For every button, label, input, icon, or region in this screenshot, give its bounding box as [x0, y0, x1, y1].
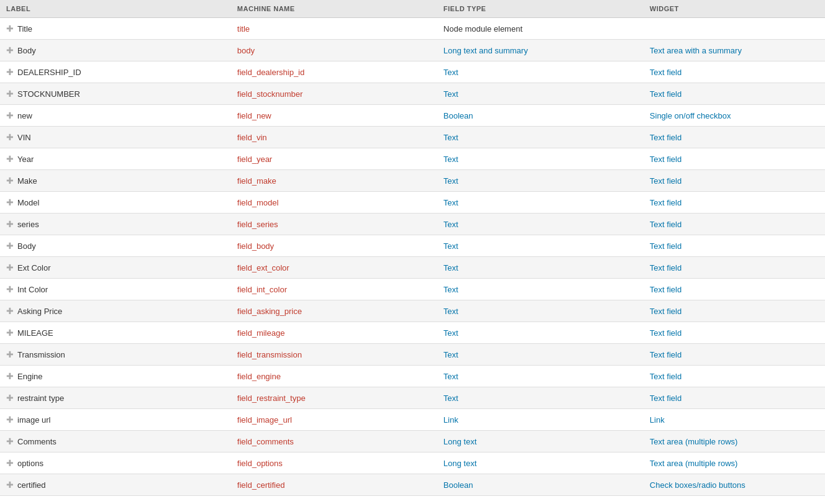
cell-widget[interactable]: Text field	[644, 257, 825, 279]
field-type-link[interactable]: Link	[444, 415, 458, 425]
widget-link[interactable]: Text field	[650, 198, 681, 207]
drag-handle-icon[interactable]: ✚	[6, 89, 14, 99]
cell-widget[interactable]: Text field	[644, 83, 825, 105]
cell-field-type[interactable]: Text	[437, 257, 644, 279]
drag-handle-icon[interactable]: ✚	[6, 415, 14, 425]
field-type-link[interactable]: Text	[444, 263, 458, 272]
cell-field-type[interactable]: Long text	[437, 452, 644, 474]
field-type-link[interactable]: Text	[444, 68, 458, 77]
field-type-link[interactable]: Text	[444, 350, 458, 359]
cell-widget[interactable]: Link	[644, 409, 825, 431]
field-type-link[interactable]: Text	[444, 220, 458, 229]
cell-field-type[interactable]: Boolean	[437, 105, 644, 127]
widget-link[interactable]: Text field	[650, 328, 681, 338]
cell-widget[interactable]: Text field	[644, 366, 825, 387]
field-type-link[interactable]: Text	[444, 89, 458, 99]
cell-field-type[interactable]: Text	[437, 170, 644, 192]
cell-field-type[interactable]: Text	[437, 83, 644, 105]
widget-link[interactable]: Check boxes/radio buttons	[650, 480, 745, 490]
field-type-link[interactable]: Text	[444, 394, 458, 403]
field-type-link[interactable]: Text	[444, 328, 458, 338]
drag-handle-icon[interactable]: ✚	[6, 197, 14, 207]
cell-field-type[interactable]: Text	[437, 127, 644, 148]
field-type-link[interactable]: Text	[444, 307, 458, 316]
widget-link[interactable]: Text field	[650, 89, 681, 99]
field-type-link[interactable]: Text	[444, 155, 458, 164]
cell-widget[interactable]: Single on/off checkbox	[644, 105, 825, 127]
widget-link[interactable]: Link	[650, 415, 665, 425]
cell-field-type[interactable]: Text	[437, 366, 644, 387]
drag-handle-icon[interactable]: ✚	[6, 349, 14, 359]
field-type-link[interactable]: Boolean	[444, 111, 473, 120]
field-type-link[interactable]: Text	[444, 176, 458, 186]
drag-handle-icon[interactable]: ✚	[6, 154, 14, 164]
cell-widget[interactable]: Text field	[644, 235, 825, 257]
widget-link[interactable]: Text field	[650, 68, 681, 77]
drag-handle-icon[interactable]: ✚	[6, 110, 14, 120]
cell-widget[interactable]: Text field	[644, 127, 825, 148]
drag-handle-icon[interactable]: ✚	[6, 306, 14, 316]
drag-handle-icon[interactable]: ✚	[6, 176, 14, 186]
cell-field-type[interactable]: Text	[437, 148, 644, 170]
field-type-link[interactable]: Text	[444, 285, 458, 294]
widget-link[interactable]: Text field	[650, 155, 681, 164]
widget-link[interactable]: Text field	[650, 372, 681, 381]
widget-link[interactable]: Text field	[650, 133, 681, 142]
cell-field-type[interactable]: Text	[437, 322, 644, 344]
widget-link[interactable]: Text field	[650, 241, 681, 251]
widget-link[interactable]: Text field	[650, 263, 681, 272]
drag-handle-icon[interactable]: ✚	[6, 263, 14, 272]
field-type-link[interactable]: Long text	[444, 437, 477, 446]
cell-field-type[interactable]: Long text and summary	[437, 40, 644, 61]
widget-link[interactable]: Text field	[650, 307, 681, 316]
widget-link[interactable]: Text area (multiple rows)	[650, 437, 738, 446]
widget-link[interactable]: Text field	[650, 220, 681, 229]
cell-widget[interactable]: Text field	[644, 170, 825, 192]
cell-widget[interactable]: Text field	[644, 322, 825, 344]
cell-field-type[interactable]: Text	[437, 61, 644, 83]
cell-field-type[interactable]: Text	[437, 235, 644, 257]
cell-field-type[interactable]: Boolean	[437, 474, 644, 496]
cell-widget[interactable]: Text field	[644, 61, 825, 83]
drag-handle-icon[interactable]: ✚	[6, 24, 14, 34]
cell-field-type[interactable]: Link	[437, 409, 644, 431]
cell-widget[interactable]: Text field	[644, 344, 825, 366]
field-type-link[interactable]: Boolean	[444, 480, 473, 490]
cell-field-type[interactable]: Text	[437, 344, 644, 366]
cell-widget[interactable]: Text field	[644, 279, 825, 300]
cell-field-type[interactable]: Text	[437, 279, 644, 300]
cell-widget[interactable]: Text field	[644, 148, 825, 170]
cell-widget[interactable]: Text area (multiple rows)	[644, 431, 825, 452]
widget-link[interactable]: Text field	[650, 285, 681, 294]
cell-field-type[interactable]: Text	[437, 214, 644, 235]
widget-link[interactable]: Text field	[650, 350, 681, 359]
cell-field-type[interactable]: Text	[437, 192, 644, 214]
cell-widget[interactable]: Text field	[644, 300, 825, 322]
widget-link[interactable]: Text area (multiple rows)	[650, 459, 738, 468]
drag-handle-icon[interactable]: ✚	[6, 241, 14, 251]
cell-widget[interactable]: Text field	[644, 192, 825, 214]
widget-link[interactable]: Single on/off checkbox	[650, 111, 731, 120]
field-type-link[interactable]: Long text	[444, 459, 477, 468]
field-type-link[interactable]: Text	[444, 372, 458, 381]
drag-handle-icon[interactable]: ✚	[6, 284, 14, 294]
drag-handle-icon[interactable]: ✚	[6, 436, 14, 446]
widget-link[interactable]: Text area with a summary	[650, 46, 742, 55]
field-type-link[interactable]: Text	[444, 241, 458, 251]
drag-handle-icon[interactable]: ✚	[6, 371, 14, 381]
field-type-link[interactable]: Text	[444, 198, 458, 207]
cell-widget[interactable]: Text field	[644, 387, 825, 409]
cell-widget[interactable]: Check boxes/radio buttons	[644, 474, 825, 496]
drag-handle-icon[interactable]: ✚	[6, 132, 14, 142]
widget-link[interactable]: Text field	[650, 394, 681, 403]
field-type-link[interactable]: Text	[444, 133, 458, 142]
cell-widget[interactable]: Text area (multiple rows)	[644, 452, 825, 474]
drag-handle-icon[interactable]: ✚	[6, 328, 14, 338]
drag-handle-icon[interactable]: ✚	[6, 458, 14, 468]
drag-handle-icon[interactable]: ✚	[6, 480, 14, 490]
drag-handle-icon[interactable]: ✚	[6, 67, 14, 77]
cell-widget[interactable]: Text area with a summary	[644, 40, 825, 61]
cell-widget[interactable]: Text field	[644, 214, 825, 235]
cell-field-type[interactable]: Long text	[437, 431, 644, 452]
drag-handle-icon[interactable]: ✚	[6, 219, 14, 229]
